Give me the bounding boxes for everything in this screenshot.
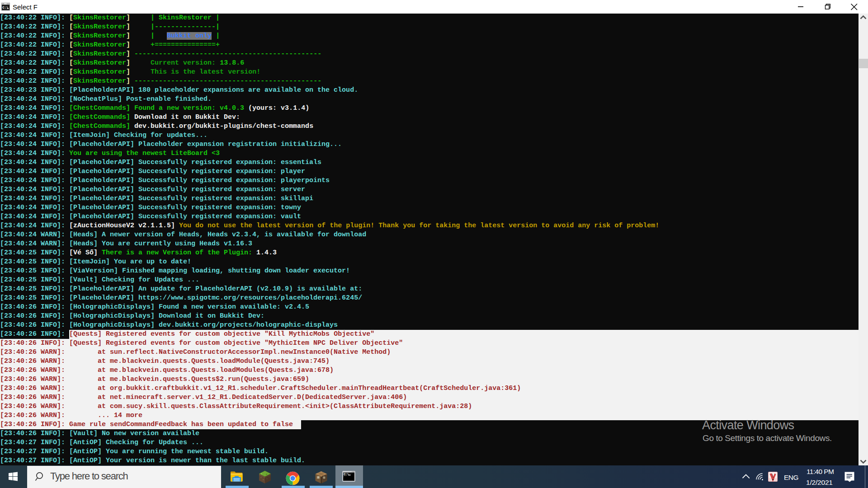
svg-text:C:\: C:\ xyxy=(344,473,349,476)
